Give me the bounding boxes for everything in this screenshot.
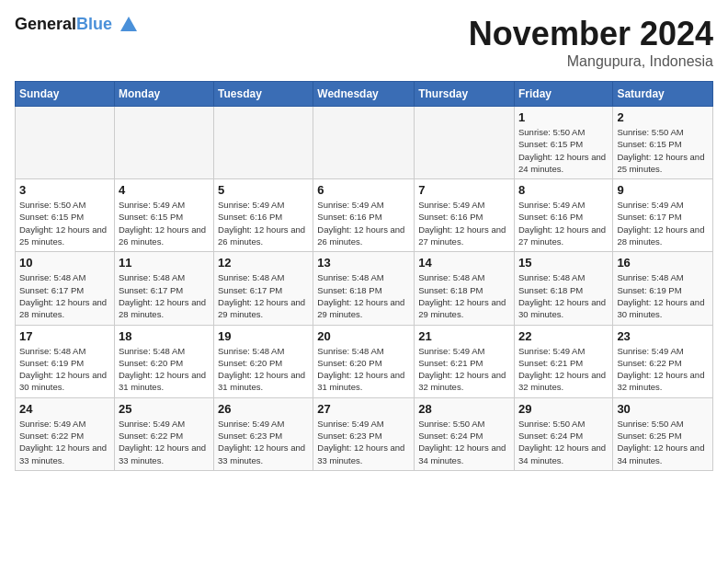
day-number: 13 <box>317 256 410 270</box>
day-info: Sunrise: 5:50 AM Sunset: 6:25 PM Dayligh… <box>617 418 709 466</box>
day-number: 4 <box>119 183 210 197</box>
day-info: Sunrise: 5:48 AM Sunset: 6:20 PM Dayligh… <box>317 345 410 394</box>
calendar-day-cell: 22Sunrise: 5:49 AM Sunset: 6:21 PM Dayli… <box>514 325 612 397</box>
logo: GeneralBlue <box>15 15 139 35</box>
calendar-week-row: 24Sunrise: 5:49 AM Sunset: 6:22 PM Dayli… <box>16 397 713 470</box>
calendar-day-cell: 26Sunrise: 5:49 AM Sunset: 6:23 PM Dayli… <box>214 397 313 470</box>
day-info: Sunrise: 5:49 AM Sunset: 6:17 PM Dayligh… <box>617 199 709 247</box>
weekday-header: Monday <box>114 82 213 107</box>
day-number: 30 <box>617 402 709 416</box>
title-block: November 2024 Mangupura, Indonesia <box>469 15 713 70</box>
day-info: Sunrise: 5:48 AM Sunset: 6:17 PM Dayligh… <box>119 271 210 320</box>
month-title: November 2024 <box>469 15 713 53</box>
calendar-day-cell: 6Sunrise: 5:49 AM Sunset: 6:16 PM Daylig… <box>313 179 415 252</box>
calendar-day-cell: 23Sunrise: 5:49 AM Sunset: 6:22 PM Dayli… <box>613 325 713 397</box>
day-info: Sunrise: 5:49 AM Sunset: 6:16 PM Dayligh… <box>218 199 309 247</box>
calendar-day-cell <box>16 107 115 179</box>
day-info: Sunrise: 5:50 AM Sunset: 6:24 PM Dayligh… <box>518 418 609 466</box>
calendar-day-cell: 1Sunrise: 5:50 AM Sunset: 6:15 PM Daylig… <box>514 107 612 179</box>
day-info: Sunrise: 5:49 AM Sunset: 6:16 PM Dayligh… <box>418 199 510 247</box>
day-number: 23 <box>617 329 709 343</box>
day-number: 10 <box>19 256 110 270</box>
weekday-header: Friday <box>514 82 612 107</box>
day-info: Sunrise: 5:48 AM Sunset: 6:19 PM Dayligh… <box>19 345 110 394</box>
day-number: 29 <box>518 402 609 416</box>
calendar-day-cell: 20Sunrise: 5:48 AM Sunset: 6:20 PM Dayli… <box>313 325 415 397</box>
calendar-day-cell: 7Sunrise: 5:49 AM Sunset: 6:16 PM Daylig… <box>415 179 515 252</box>
calendar-day-cell: 4Sunrise: 5:49 AM Sunset: 6:15 PM Daylig… <box>114 179 213 252</box>
calendar-week-row: 17Sunrise: 5:48 AM Sunset: 6:19 PM Dayli… <box>16 325 713 397</box>
day-number: 18 <box>119 329 210 343</box>
calendar-day-cell <box>114 107 213 179</box>
calendar-day-cell: 13Sunrise: 5:48 AM Sunset: 6:18 PM Dayli… <box>313 252 415 325</box>
day-number: 27 <box>317 402 410 416</box>
day-number: 24 <box>19 402 110 416</box>
day-number: 14 <box>418 256 510 270</box>
day-number: 19 <box>218 329 309 343</box>
day-info: Sunrise: 5:49 AM Sunset: 6:21 PM Dayligh… <box>418 345 510 394</box>
calendar-day-cell: 17Sunrise: 5:48 AM Sunset: 6:19 PM Dayli… <box>16 325 115 397</box>
location: Mangupura, Indonesia <box>469 53 713 70</box>
weekday-header: Wednesday <box>313 82 415 107</box>
day-info: Sunrise: 5:48 AM Sunset: 6:20 PM Dayligh… <box>119 345 210 394</box>
calendar-day-cell: 8Sunrise: 5:49 AM Sunset: 6:16 PM Daylig… <box>514 179 612 252</box>
day-info: Sunrise: 5:49 AM Sunset: 6:15 PM Dayligh… <box>119 199 210 247</box>
day-number: 3 <box>19 183 110 197</box>
weekday-header: Thursday <box>415 82 515 107</box>
day-info: Sunrise: 5:49 AM Sunset: 6:16 PM Dayligh… <box>518 199 609 247</box>
day-number: 28 <box>418 402 510 416</box>
day-number: 7 <box>418 183 510 197</box>
calendar-day-cell: 12Sunrise: 5:48 AM Sunset: 6:17 PM Dayli… <box>214 252 313 325</box>
day-info: Sunrise: 5:50 AM Sunset: 6:24 PM Dayligh… <box>418 418 510 466</box>
calendar-day-cell <box>415 107 515 179</box>
calendar-day-cell: 14Sunrise: 5:48 AM Sunset: 6:18 PM Dayli… <box>415 252 515 325</box>
day-info: Sunrise: 5:50 AM Sunset: 6:15 PM Dayligh… <box>19 199 110 247</box>
day-info: Sunrise: 5:50 AM Sunset: 6:15 PM Dayligh… <box>518 126 609 175</box>
calendar-day-cell: 15Sunrise: 5:48 AM Sunset: 6:18 PM Dayli… <box>514 252 612 325</box>
day-number: 21 <box>418 329 510 343</box>
day-info: Sunrise: 5:48 AM Sunset: 6:17 PM Dayligh… <box>19 271 110 320</box>
calendar-day-cell: 19Sunrise: 5:48 AM Sunset: 6:20 PM Dayli… <box>214 325 313 397</box>
day-number: 12 <box>218 256 309 270</box>
day-number: 2 <box>617 110 709 124</box>
calendar-day-cell: 9Sunrise: 5:49 AM Sunset: 6:17 PM Daylig… <box>613 179 713 252</box>
day-number: 26 <box>218 402 309 416</box>
day-number: 22 <box>518 329 609 343</box>
weekday-header: Tuesday <box>214 82 313 107</box>
day-number: 16 <box>617 256 709 270</box>
day-info: Sunrise: 5:48 AM Sunset: 6:18 PM Dayligh… <box>418 271 510 320</box>
day-info: Sunrise: 5:49 AM Sunset: 6:16 PM Dayligh… <box>317 199 410 247</box>
calendar-day-cell: 3Sunrise: 5:50 AM Sunset: 6:15 PM Daylig… <box>16 179 115 252</box>
day-number: 1 <box>518 110 609 124</box>
calendar-day-cell: 29Sunrise: 5:50 AM Sunset: 6:24 PM Dayli… <box>514 397 612 470</box>
calendar-day-cell: 21Sunrise: 5:49 AM Sunset: 6:21 PM Dayli… <box>415 325 515 397</box>
logo-icon <box>119 15 139 35</box>
calendar-day-cell: 24Sunrise: 5:49 AM Sunset: 6:22 PM Dayli… <box>16 397 115 470</box>
calendar-day-cell: 11Sunrise: 5:48 AM Sunset: 6:17 PM Dayli… <box>114 252 213 325</box>
day-number: 11 <box>119 256 210 270</box>
day-info: Sunrise: 5:49 AM Sunset: 6:23 PM Dayligh… <box>218 418 309 466</box>
day-number: 9 <box>617 183 709 197</box>
day-info: Sunrise: 5:48 AM Sunset: 6:19 PM Dayligh… <box>617 271 709 320</box>
day-number: 17 <box>19 329 110 343</box>
svg-marker-0 <box>120 17 137 31</box>
logo-text: GeneralBlue <box>15 15 139 35</box>
calendar-day-cell: 5Sunrise: 5:49 AM Sunset: 6:16 PM Daylig… <box>214 179 313 252</box>
calendar-day-cell: 25Sunrise: 5:49 AM Sunset: 6:22 PM Dayli… <box>114 397 213 470</box>
day-info: Sunrise: 5:49 AM Sunset: 6:22 PM Dayligh… <box>617 345 709 394</box>
page-header: GeneralBlue November 2024 Mangupura, Ind… <box>15 15 713 70</box>
calendar-day-cell: 18Sunrise: 5:48 AM Sunset: 6:20 PM Dayli… <box>114 325 213 397</box>
calendar-week-row: 3Sunrise: 5:50 AM Sunset: 6:15 PM Daylig… <box>16 179 713 252</box>
calendar-day-cell: 27Sunrise: 5:49 AM Sunset: 6:23 PM Dayli… <box>313 397 415 470</box>
calendar-day-cell <box>214 107 313 179</box>
weekday-header: Saturday <box>613 82 713 107</box>
calendar-day-cell: 10Sunrise: 5:48 AM Sunset: 6:17 PM Dayli… <box>16 252 115 325</box>
weekday-header: Sunday <box>16 82 115 107</box>
calendar-day-cell: 28Sunrise: 5:50 AM Sunset: 6:24 PM Dayli… <box>415 397 515 470</box>
day-info: Sunrise: 5:49 AM Sunset: 6:21 PM Dayligh… <box>518 345 609 394</box>
day-info: Sunrise: 5:49 AM Sunset: 6:22 PM Dayligh… <box>119 418 210 466</box>
day-info: Sunrise: 5:48 AM Sunset: 6:18 PM Dayligh… <box>518 271 609 320</box>
day-number: 8 <box>518 183 609 197</box>
day-number: 25 <box>119 402 210 416</box>
calendar-header-row: SundayMondayTuesdayWednesdayThursdayFrid… <box>16 82 713 107</box>
